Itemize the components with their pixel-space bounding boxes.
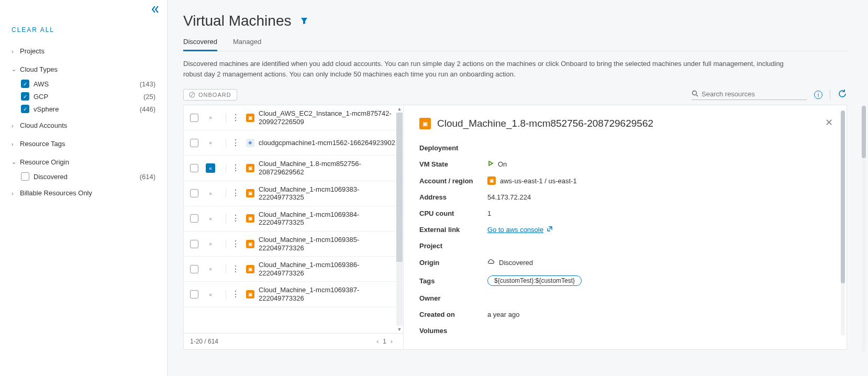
chevron-right-double-icon[interactable]: » [206,239,215,249]
row-checkbox[interactable] [190,164,198,172]
row-name: Cloud_Machine_1-mcm1069384-222049773325 [259,211,398,227]
chevron-right-double-icon[interactable]: » [206,189,215,198]
svg-line-1 [191,93,194,96]
info-icon[interactable]: i [814,91,822,99]
detail-property: Created ona year ago [419,306,831,323]
search-input[interactable] [702,90,807,98]
aws-vm-icon: ▣ [246,214,254,223]
chevron-right-double-icon[interactable]: » [206,264,215,274]
footer-range: 1-20 / 614 [190,338,218,345]
filter-group-header[interactable]: ›Cloud Accounts [12,117,155,134]
detail-property: Owner [419,290,831,306]
checkbox[interactable]: ✓ [21,92,29,101]
filter-group-header[interactable]: ›Projects [12,43,155,59]
detail-prop-value: 54.173.72.224 [487,193,531,201]
table-row[interactable]: »⋮▣Cloud_Machine_1-mcm1069385-2220497733… [184,231,403,257]
table-row[interactable]: »⋮▣Cloud_Machine_1-mcm1069387-2220497733… [184,282,403,307]
row-expand-wrap: « [206,163,226,173]
row-name: Cloud_Machine_1-mcm1069385-222049773326 [259,236,398,252]
close-icon[interactable]: ✕ [825,117,833,128]
row-name: cloudgcpmachine1-mcm1562-166264923902 [259,139,395,147]
table-row[interactable]: »⋮▣Cloud_AWS_EC2_Instance_1-mcm875742-20… [184,105,403,130]
refresh-icon[interactable] [838,89,847,101]
filter-group-body: ✓AWS(143)✓GCP(25)✓vSphere(446) [12,78,155,115]
kebab-menu-icon[interactable]: ⋮ [231,267,240,272]
checkbox[interactable]: ✓ [21,105,29,113]
filter-option[interactable]: Discovered(614) [21,170,155,183]
pager-next[interactable]: › [386,338,397,345]
kebab-menu-icon[interactable]: ⋮ [231,292,240,297]
detail-prop-text: On [498,160,507,168]
kebab-menu-icon[interactable]: ⋮ [231,140,240,146]
filter-option-count: (614) [140,173,155,181]
filter-option[interactable]: ✓GCP(25) [21,90,155,103]
table-row[interactable]: «⋮▣Cloud_Machine_1.8-mcm852756-208729629… [184,156,403,181]
filter-group-header[interactable]: ›Billable Resources Only [12,185,155,201]
external-link[interactable]: Go to aws console [487,226,553,234]
checkbox[interactable]: ✓ [21,80,29,88]
row-checkbox[interactable] [190,214,198,223]
deployment-label: Deployment [419,144,487,152]
onboard-button[interactable]: ONBOARD [183,89,237,101]
filter-option[interactable]: ✓vSphere(446) [21,103,155,115]
detail-property: CPU count1 [419,205,831,222]
checkbox[interactable] [21,172,29,181]
detail-prop-value: ${customTest}:${customTest} [487,275,582,286]
kebab-menu-icon[interactable]: ⋮ [231,216,240,221]
row-name: Cloud_Machine_1-mcm1069387-222049773326 [259,286,398,302]
table-scrollbar[interactable]: ▲ ▼ [396,105,403,333]
filter-option-count: (446) [140,105,155,113]
tabs: DiscoveredManaged [183,34,847,51]
detail-scrollbar[interactable] [841,110,845,336]
filter-option[interactable]: ✓AWS(143) [21,78,155,90]
kebab-menu-icon[interactable]: ⋮ [231,241,240,247]
chevron-right-icon: › [12,48,20,54]
detail-panel: ✕ ▣ Cloud_Machine_1.8-mcm852756-20872962… [404,105,847,349]
chevron-down-icon: ⌄ [12,159,20,165]
table-row[interactable]: »⋮▣Cloud_Machine_1-mcm1069384-2220497733… [184,206,403,231]
kebab-menu-icon[interactable]: ⋮ [231,115,240,120]
detail-header: ▣ Cloud_Machine_1.8-mcm852756-2087296295… [419,118,831,129]
table-row[interactable]: »⋮▣Cloud_Machine_1-mcm1069383-2220497733… [184,181,403,206]
kebab-menu-icon[interactable]: ⋮ [231,191,240,196]
chevron-right-double-icon[interactable]: » [206,113,215,123]
row-checkbox[interactable] [190,189,198,197]
sidebar-collapse-icon[interactable] [151,5,160,15]
table-row[interactable]: »⋮▣Cloud_Machine_1-mcm1069386-2220497733… [184,257,403,282]
detail-prop-value[interactable]: Go to aws console [487,226,553,234]
row-checkbox[interactable] [190,265,198,273]
filter-group-header[interactable]: ⌄Resource Origin [12,154,155,170]
detail-prop-label: Project [419,242,487,250]
chevron-left-double-icon[interactable]: « [206,163,215,173]
detail-prop-value: 1 [487,209,491,217]
tab-managed[interactable]: Managed [233,34,261,51]
detail-property: Project [419,238,831,254]
table-row[interactable]: »⋮✱cloudgcpmachine1-mcm1562-166264923902 [184,130,403,156]
filter-option-label: vSphere [34,105,140,113]
power-on-icon [487,160,494,168]
row-name: Cloud_Machine_1.8-mcm852756-208729629562 [259,160,398,176]
detail-prop-label: Created on [419,311,487,318]
filter-option-label: GCP [34,93,143,101]
search-input-wrap[interactable] [692,90,807,100]
main-scrollbar[interactable] [862,106,866,352]
row-checkbox[interactable] [190,290,198,298]
pager-prev[interactable]: ‹ [372,338,383,345]
clear-all-button[interactable]: CLEAR ALL [12,26,155,34]
chevron-right-double-icon[interactable]: » [206,214,215,223]
row-checkbox[interactable] [190,240,198,248]
kebab-menu-icon[interactable]: ⋮ [231,165,240,171]
filter-option-count: (25) [143,93,155,101]
detail-prop-label: Tags [419,277,487,285]
chevron-right-double-icon[interactable]: » [206,138,215,148]
filter-group-header[interactable]: ›Resource Tags [12,136,155,152]
tab-discovered[interactable]: Discovered [183,34,217,51]
filter-group-header[interactable]: ⌄Cloud Types [12,61,155,78]
filter-icon[interactable] [301,17,308,26]
detail-prop-text: 54.173.72.224 [487,193,531,201]
tag-chip[interactable]: ${customTest}:${customTest} [487,275,582,286]
chevron-right-double-icon[interactable]: » [206,290,215,299]
filter-group-title: Cloud Types [20,65,155,73]
row-checkbox[interactable] [190,139,198,147]
row-checkbox[interactable] [190,114,198,122]
